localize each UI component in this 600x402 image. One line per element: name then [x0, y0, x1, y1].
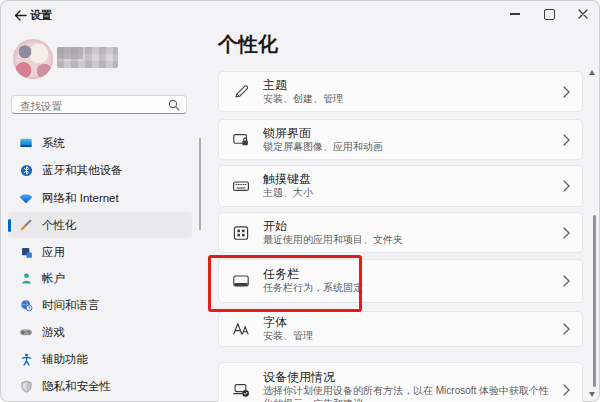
- app-title: 设置: [30, 8, 52, 23]
- user-avatar[interactable]: [13, 39, 53, 79]
- network-icon: [19, 191, 33, 205]
- chevron-right-icon: [563, 227, 570, 239]
- sidebar-item-label: 系统: [42, 136, 65, 151]
- sidebar-item-label: 帐户: [42, 271, 65, 286]
- chevron-right-icon: [563, 180, 570, 192]
- chevron-right-icon: [563, 384, 570, 396]
- device-usage-icon: [232, 381, 250, 399]
- sidebar-item-label: 网络和 Internet: [42, 191, 119, 206]
- search-icon: [168, 99, 180, 111]
- card-title: 开始: [263, 219, 555, 233]
- redaction-block: [57, 47, 83, 59]
- apps-icon: [19, 245, 33, 259]
- close-button[interactable]: [566, 0, 600, 28]
- system-icon: [19, 136, 33, 150]
- settings-card-device-usage[interactable]: 设备使用情况 选择你计划使用设备的所有方法，以在 Microsoft 体验中获取…: [218, 362, 583, 402]
- card-subtitle: 安装、创建、管理: [263, 93, 555, 106]
- close-icon: [578, 9, 588, 19]
- sidebar-item-label: 个性化: [42, 218, 77, 233]
- time-language-icon: [19, 298, 33, 312]
- card-subtitle: 锁定屏幕图像、应用和动画: [263, 141, 555, 154]
- sidebar-item-system[interactable]: 系统: [8, 130, 192, 156]
- card-title: 任务栏: [263, 267, 555, 281]
- fonts-icon: [232, 320, 250, 338]
- sidebar-item-time-language[interactable]: 时间和语言: [8, 292, 192, 318]
- sidebar-item-network-internet[interactable]: 网络和 Internet: [8, 185, 192, 211]
- chevron-right-icon: [563, 134, 570, 146]
- scrollbar-thumb[interactable]: [593, 215, 596, 387]
- sidebar-item-bluetooth-devices[interactable]: 蓝牙和其他设备: [8, 157, 192, 183]
- sidebar-item-label: 游戏: [42, 325, 65, 340]
- settings-card-themes[interactable]: 主题 安装、创建、管理: [218, 71, 583, 112]
- accessibility-icon: [19, 352, 33, 366]
- back-arrow-icon: [14, 10, 27, 21]
- chevron-right-icon: [563, 323, 570, 335]
- lock-screen-icon: [232, 131, 250, 149]
- scroll-down-icon: [589, 392, 595, 397]
- settings-card-fonts[interactable]: 字体 安装、管理: [218, 311, 583, 347]
- themes-pen-icon: [232, 83, 250, 101]
- sidebar-item-label: 辅助功能: [42, 352, 88, 367]
- card-subtitle: 任务栏行为，系统固定: [263, 282, 555, 295]
- personalization-icon: [19, 218, 33, 232]
- sidebar-item-personalization[interactable]: 个性化: [8, 212, 192, 238]
- sidebar-item-accessibility[interactable]: 辅助功能: [8, 346, 192, 372]
- search-box: [11, 95, 187, 114]
- card-subtitle: 选择你计划使用设备的所有方法，以在 Microsoft 体验中获取个性化的提示、…: [263, 385, 555, 402]
- accounts-icon: [19, 271, 33, 285]
- sidebar-item-label: 隐私和安全性: [42, 379, 111, 394]
- scrollbar-down-button[interactable]: [587, 390, 597, 398]
- taskbar-icon: [232, 272, 250, 290]
- window-controls: [498, 0, 600, 28]
- sidebar-item-apps[interactable]: 应用: [8, 239, 192, 265]
- sidebar-item-gaming[interactable]: 游戏: [8, 319, 192, 345]
- sidebar-item-privacy-security[interactable]: 隐私和安全性: [8, 373, 192, 399]
- user-name-redacted: [57, 47, 118, 68]
- card-subtitle: 主题、大小: [263, 187, 555, 200]
- gaming-icon: [19, 325, 33, 339]
- back-button[interactable]: [8, 5, 32, 25]
- chevron-right-icon: [563, 86, 570, 98]
- sidebar-item-label: 蓝牙和其他设备: [42, 163, 123, 178]
- page-title: 个性化: [218, 31, 278, 58]
- maximize-icon: [544, 9, 555, 20]
- privacy-icon: [19, 379, 33, 393]
- maximize-button[interactable]: [532, 0, 566, 28]
- sidebar-item-accounts[interactable]: 帐户: [8, 265, 192, 291]
- sidebar-scrollbar-thumb[interactable]: [199, 138, 201, 230]
- card-title: 字体: [263, 315, 555, 329]
- start-menu-icon: [232, 224, 250, 242]
- sidebar-item-label: 应用: [42, 245, 65, 260]
- settings-card-lock-screen[interactable]: 锁屏界面 锁定屏幕图像、应用和动画: [218, 119, 583, 160]
- card-title: 设备使用情况: [263, 370, 555, 384]
- settings-card-touch-keyboard[interactable]: 触摸键盘 主题、大小: [218, 165, 583, 207]
- card-subtitle: 最近使用的应用和项目、文件夹: [263, 234, 555, 247]
- titlebar: 设置: [0, 0, 600, 30]
- card-title: 主题: [263, 78, 555, 92]
- card-subtitle: 安装、管理: [263, 330, 555, 343]
- card-title: 触摸键盘: [263, 172, 555, 186]
- minimize-button[interactable]: [498, 0, 532, 28]
- sidebar-item-label: 时间和语言: [42, 298, 100, 313]
- selected-indicator: [8, 219, 11, 232]
- chevron-right-icon: [563, 275, 570, 287]
- bluetooth-icon: [19, 163, 33, 177]
- minimize-icon: [510, 13, 520, 15]
- card-title: 锁屏界面: [263, 126, 555, 140]
- scroll-up-icon: [589, 70, 595, 75]
- settings-window: 设置: [0, 0, 600, 402]
- search-input[interactable]: [18, 96, 167, 115]
- scrollbar-up-button[interactable]: [587, 68, 597, 76]
- settings-card-start[interactable]: 开始 最近使用的应用和项目、文件夹: [218, 212, 583, 253]
- settings-card-taskbar[interactable]: 任务栏 任务栏行为，系统固定: [218, 259, 583, 303]
- touch-keyboard-icon: [232, 177, 250, 195]
